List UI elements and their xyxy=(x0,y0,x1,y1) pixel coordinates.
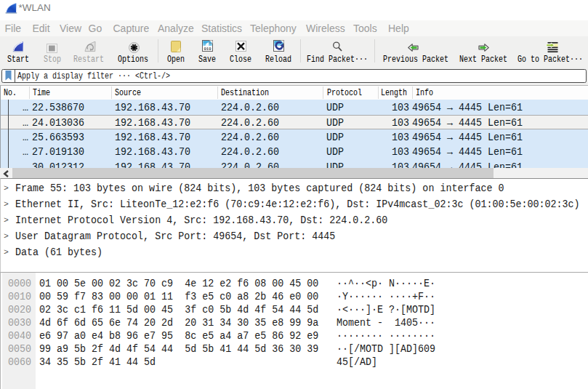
svg-text:010: 010 xyxy=(204,47,212,52)
